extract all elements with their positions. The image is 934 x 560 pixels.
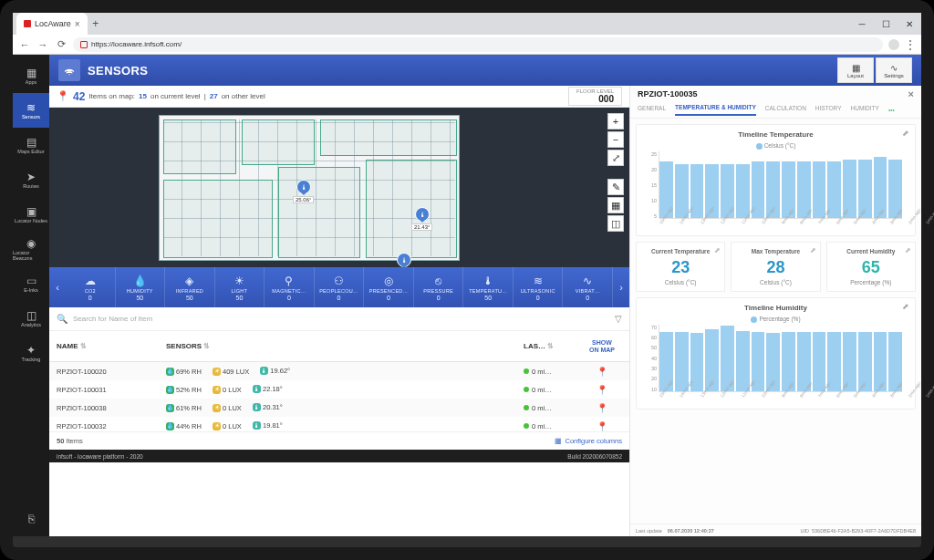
sidenav-item-e-inks[interactable]: ▭E-Inks (13, 266, 49, 301)
sensor-type-peoplecou[interactable]: ⚇PEOPLECOU…0 (315, 267, 365, 307)
light-icon: ☀ (213, 404, 221, 412)
window-close-icon[interactable]: ✕ (898, 13, 921, 35)
floor-level-selector[interactable]: FLOOR LEVEL 000 (568, 87, 622, 107)
other-level-count: 27 (210, 92, 218, 100)
search-input[interactable]: Search for Name of Item (73, 315, 609, 323)
map-sensor-marker[interactable]: 🌡 (296, 180, 311, 194)
chart-temperature-card: ⬈ Timeline Temperature Celsius (°C) 2520… (636, 124, 916, 236)
chart-title: Timeline Temperature (644, 130, 908, 139)
sidenav-item-locator-beacons[interactable]: ◉Locator Beacons (13, 232, 49, 266)
sort-icon[interactable]: ⇅ (547, 342, 554, 350)
sensors-icon: ≋ (26, 102, 36, 113)
search-icon: 🔍 (57, 314, 67, 324)
window-maximize-icon[interactable]: ☐ (874, 13, 898, 35)
expand-icon[interactable]: ⬈ (714, 246, 721, 254)
show-on-map-button[interactable]: 📍 (582, 367, 622, 377)
sensor-type-humidity[interactable]: 💧HUMIDITY50 (116, 267, 166, 307)
show-on-map-button[interactable]: 📍 (582, 421, 622, 431)
app-sidenav: ▦Apps≋Sensors▤Maps Editor➤Routes▣Locator… (13, 55, 49, 536)
detail-tab-temperature---humidity[interactable]: TEMPERATURE & HUMIDITY (675, 104, 756, 116)
columns-icon: ▦ (555, 437, 562, 445)
col-sensors[interactable]: SENSORS (166, 342, 202, 350)
logout-button[interactable]: ⎘ (13, 502, 49, 536)
profile-avatar-icon[interactable] (888, 39, 899, 50)
map-sensor-marker[interactable]: 🌡 (397, 253, 411, 267)
col-name[interactable]: NAME (57, 342, 78, 350)
site-identity-icon (80, 41, 88, 48)
new-tab-button[interactable]: + (88, 13, 104, 35)
strip-next-icon[interactable]: › (613, 267, 629, 307)
tab-title: LocAware (35, 19, 71, 28)
detail-tab-calculation[interactable]: CALCULATION (765, 105, 806, 115)
zoom-in-button[interactable]: + (607, 113, 624, 130)
close-panel-icon[interactable]: × (908, 88, 914, 99)
sidenav-item-locator-nodes[interactable]: ▣Locator Nodes (13, 197, 49, 232)
detail-tab-humidity[interactable]: HUMIDITY (851, 105, 879, 115)
expand-icon[interactable]: ⬈ (902, 302, 909, 311)
filter-icon[interactable]: ▽ (615, 314, 622, 324)
nav-back-icon[interactable]: ← (18, 39, 31, 50)
sensor-type-co[interactable]: ☁CO20 (66, 267, 116, 307)
page-title: SENSORS (88, 64, 148, 78)
edit-map-button[interactable]: ✎ (607, 179, 624, 195)
table-row[interactable]: RPZIOT-100020 💧69% RH ☀409 LUX 🌡19.62° 0… (49, 362, 629, 380)
sort-icon[interactable]: ⇅ (203, 342, 210, 350)
close-tab-icon[interactable]: × (75, 19, 80, 29)
sidenav-item-routes[interactable]: ➤Routes (13, 162, 49, 197)
sensor-type-vibrat[interactable]: ∿VIBRAT…0 (563, 267, 613, 307)
strip-prev-icon[interactable]: ‹ (49, 267, 66, 307)
current-level-count: 15 (139, 92, 147, 100)
more-tabs-icon[interactable]: ••• (888, 107, 895, 113)
map-sensor-marker[interactable]: 🌡 (415, 207, 430, 222)
sensor-type-magnetic[interactable]: ⚲MAGNETIC…0 (265, 267, 315, 307)
detail-tab-history[interactable]: HISTORY (815, 105, 842, 115)
map-info-bar: 📍 42 Items on map: 15 on current level |… (49, 86, 629, 108)
detail-tabs: GENERALTEMPERATURE & HUMIDITYCALCULATION… (630, 102, 921, 119)
nav-forward-icon[interactable]: → (36, 39, 49, 50)
col-last[interactable]: LAS… (524, 342, 545, 350)
table-row[interactable]: RPZIOT-100038 💧61% RH ☀0 LUX 🌡20.31° 0 m… (49, 399, 629, 417)
sidenav-item-apps[interactable]: ▦Apps (13, 58, 49, 93)
browser-tab[interactable]: LocAware × (16, 13, 88, 35)
sidenav-item-maps-editor[interactable]: ▤Maps Editor (13, 128, 49, 162)
url-input[interactable]: https://locaware.infsoft.com/ (73, 37, 883, 52)
sidenav-item-analytics[interactable]: ◫Analytics (13, 301, 49, 336)
sort-icon[interactable]: ⇅ (80, 342, 87, 350)
sensor-type-infrared[interactable]: ◈INFRARED50 (165, 267, 215, 307)
map-sensor-label: 21.43° (411, 223, 432, 231)
nav-reload-icon[interactable]: ⟳ (55, 38, 67, 50)
humidity-icon: 💧 (166, 386, 174, 394)
expand-icon[interactable]: ⬈ (810, 246, 816, 254)
table-row[interactable]: RPZIOT-100031 💧52% RH ☀0 LUX 🌡22.18° 0 m… (49, 380, 629, 399)
sidenav-item-sensors[interactable]: ≋Sensors (13, 93, 49, 128)
show-on-map-button[interactable]: 📍 (582, 403, 622, 413)
sidenav-item-tracking[interactable]: ✦Tracking (13, 336, 49, 370)
floor-map[interactable]: 🌡25.06°🌡21.43°🌡21.5° + − ⤢ ✎ ▦ ◫ (49, 108, 629, 267)
layout-button[interactable]: ▦Layout (837, 57, 874, 83)
detail-tab-general[interactable]: GENERAL (638, 105, 666, 115)
sensor-type-pressure[interactable]: ⎋PRESSURE0 (414, 267, 464, 307)
table-row[interactable]: RPZIOT-100032 💧44% RH ☀0 LUX 🌡19.81° 0 m… (49, 417, 629, 431)
zoom-reset-button[interactable]: ⤢ (607, 150, 624, 166)
zoom-out-button[interactable]: − (607, 131, 624, 148)
sensor-type-light[interactable]: ☀LIGHT50 (215, 267, 265, 307)
col-show-on-map[interactable]: SHOWON MAP (582, 339, 622, 353)
sensor-type-temperatu[interactable]: 🌡TEMPERATU…50 (463, 267, 514, 307)
configure-columns-button[interactable]: ▦ Configure columns (555, 437, 622, 445)
show-on-map-button[interactable]: 📍 (582, 385, 622, 395)
thermometer-icon: 🌡 (253, 421, 261, 430)
locator beacons-icon: ◉ (26, 238, 36, 249)
table-footer: 50 Items ▦ Configure columns (49, 431, 629, 450)
select-area-button[interactable]: ◫ (607, 215, 624, 232)
sensor-type-presenced[interactable]: ◎PRESENCED…0 (364, 267, 414, 307)
browser-menu-icon[interactable]: ⋮ (905, 38, 916, 51)
settings-icon: ∿ (890, 63, 898, 73)
sensor-type-icon: 🌡 (483, 275, 493, 287)
window-minimize-icon[interactable]: ─ (850, 13, 874, 35)
layers-button[interactable]: ▦ (607, 197, 624, 213)
sensor-type-ultrasonic[interactable]: ≋ULTRASONIC0 (514, 267, 564, 307)
settings-button[interactable]: ∿Settings (876, 57, 912, 83)
chart-bar (736, 331, 750, 391)
expand-icon[interactable]: ⬈ (902, 129, 909, 138)
expand-icon[interactable]: ⬈ (905, 246, 911, 254)
